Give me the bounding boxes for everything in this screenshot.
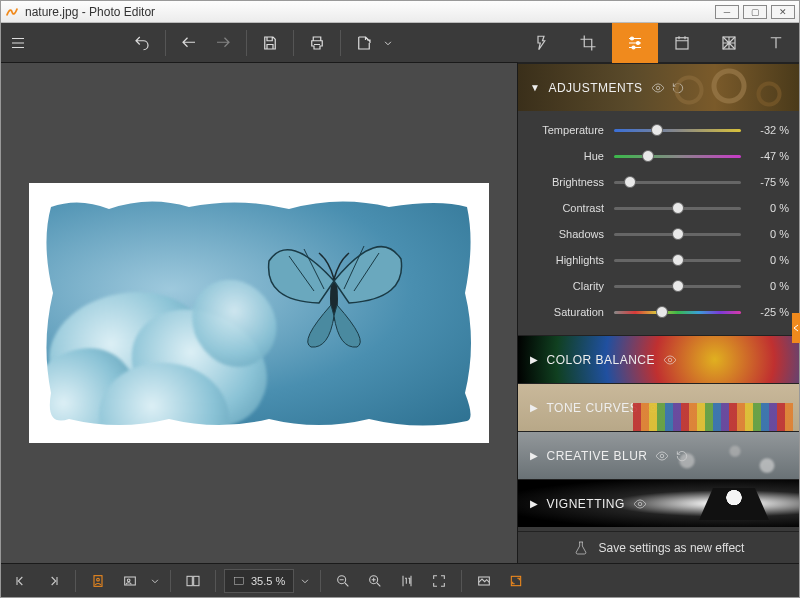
slider-label-contrast: Contrast <box>518 202 614 214</box>
window-maximize-button[interactable]: ▢ <box>743 5 767 19</box>
export-button[interactable] <box>347 23 381 63</box>
bottom-toolbar: 35.5 % <box>1 563 799 597</box>
slider-brightness[interactable] <box>614 174 741 190</box>
slider-value-temperature: -32 % <box>741 124 789 136</box>
svg-rect-21 <box>512 576 521 585</box>
slider-shadows[interactable] <box>614 226 741 242</box>
slider-temperature[interactable] <box>614 122 741 138</box>
eye-icon[interactable] <box>646 401 660 415</box>
svg-point-1 <box>631 37 634 40</box>
section-tone-curves-header[interactable]: ▶ TONE CURVES <box>518 383 799 431</box>
adjustments-body: Temperature-32 %Hue-47 %Brightness-75 %C… <box>518 111 799 335</box>
slider-label-highlights: Highlights <box>518 254 614 266</box>
title-appname: Photo Editor <box>89 5 155 19</box>
svg-point-14 <box>127 579 130 582</box>
prev-image-button[interactable] <box>7 568 35 594</box>
title-filename: nature.jpg <box>25 5 78 19</box>
landscape-dropdown[interactable] <box>148 568 162 594</box>
save-as-effect-button[interactable]: Save settings as new effect <box>518 531 799 563</box>
slider-row-saturation: Saturation-25 % <box>518 299 799 325</box>
svg-point-6 <box>656 86 660 90</box>
slider-label-shadows: Shadows <box>518 228 614 240</box>
slider-value-hue: -47 % <box>741 150 789 162</box>
window-minimize-button[interactable]: ─ <box>715 5 739 19</box>
zoom-level-display[interactable]: 35.5 % <box>224 569 294 593</box>
landscape-mode-button[interactable] <box>116 568 144 594</box>
slider-label-clarity: Clarity <box>518 280 614 292</box>
slider-label-hue: Hue <box>518 150 614 162</box>
slider-value-saturation: -25 % <box>741 306 789 318</box>
redo-button[interactable] <box>206 23 240 63</box>
slider-label-temperature: Temperature <box>518 124 614 136</box>
eye-icon[interactable] <box>663 353 677 367</box>
eye-icon[interactable] <box>651 81 665 95</box>
slider-row-hue: Hue-47 % <box>518 143 799 169</box>
slider-value-brightness: -75 % <box>741 176 789 188</box>
zoom-dropdown[interactable] <box>298 568 312 594</box>
section-adjustments-label: ADJUSTMENTS <box>548 81 642 95</box>
svg-point-8 <box>652 406 656 410</box>
section-color-balance-label: COLOR BALANCE <box>547 353 656 367</box>
section-adjustments-header[interactable]: ▼ ADJUSTMENTS <box>518 63 799 111</box>
slider-clarity[interactable] <box>614 278 741 294</box>
portrait-mode-button[interactable] <box>84 568 112 594</box>
reset-icon[interactable] <box>675 449 689 463</box>
zoom-actual-button[interactable] <box>393 568 421 594</box>
eye-icon[interactable] <box>633 497 647 511</box>
zoom-out-button[interactable] <box>329 568 357 594</box>
compare-button[interactable] <box>179 568 207 594</box>
tab-adjustments[interactable] <box>612 23 659 63</box>
slider-row-brightness: Brightness-75 % <box>518 169 799 195</box>
svg-point-2 <box>637 42 640 45</box>
section-vignetting-header[interactable]: ▶ VIGNETTING <box>518 479 799 527</box>
export-dropdown[interactable] <box>381 23 395 63</box>
slider-row-clarity: Clarity0 % <box>518 273 799 299</box>
flask-icon <box>573 540 589 556</box>
save-as-effect-label: Save settings as new effect <box>599 541 745 555</box>
tab-text[interactable] <box>752 23 799 63</box>
tab-texture[interactable] <box>705 23 752 63</box>
slider-value-clarity: 0 % <box>741 280 789 292</box>
section-creative-blur-header[interactable]: ▶ CREATIVE BLUR <box>518 431 799 479</box>
slider-saturation[interactable] <box>614 304 741 320</box>
eye-icon[interactable] <box>655 449 669 463</box>
svg-rect-17 <box>235 577 244 584</box>
svg-rect-4 <box>676 38 688 49</box>
zoom-in-button[interactable] <box>361 568 389 594</box>
undo-button[interactable] <box>172 23 206 63</box>
chevron-right-icon: ▶ <box>530 450 539 461</box>
zoom-fit-button[interactable] <box>425 568 453 594</box>
slider-contrast[interactable] <box>614 200 741 216</box>
photo-image <box>39 193 479 433</box>
canvas-area[interactable] <box>1 63 517 563</box>
next-image-button[interactable] <box>39 568 67 594</box>
slider-label-saturation: Saturation <box>518 306 614 318</box>
tab-calendar[interactable] <box>658 23 705 63</box>
fullscreen-button[interactable] <box>502 568 530 594</box>
image-icon <box>233 575 245 587</box>
undo-all-button[interactable] <box>125 23 159 63</box>
menu-button[interactable] <box>1 23 35 63</box>
svg-point-12 <box>97 578 100 581</box>
slider-value-highlights: 0 % <box>741 254 789 266</box>
panel-expand-handle[interactable] <box>792 313 800 343</box>
window-close-button[interactable]: ✕ <box>771 5 795 19</box>
save-button[interactable] <box>253 23 287 63</box>
slider-row-contrast: Contrast0 % <box>518 195 799 221</box>
slider-row-shadows: Shadows0 % <box>518 221 799 247</box>
section-tone-curves-label: TONE CURVES <box>547 401 639 415</box>
print-button[interactable] <box>300 23 334 63</box>
chevron-down-icon: ▼ <box>530 82 540 93</box>
slider-hue[interactable] <box>614 148 741 164</box>
navigator-button[interactable] <box>470 568 498 594</box>
reset-icon[interactable] <box>671 81 685 95</box>
slider-row-highlights: Highlights0 % <box>518 247 799 273</box>
section-color-balance-header[interactable]: ▶ COLOR BALANCE <box>518 335 799 383</box>
tab-effects[interactable] <box>518 23 565 63</box>
section-creative-blur-label: CREATIVE BLUR <box>547 449 648 463</box>
svg-rect-15 <box>187 576 192 585</box>
app-icon <box>5 5 19 19</box>
tab-crop[interactable] <box>565 23 612 63</box>
titlebar: nature.jpg - Photo Editor ─ ▢ ✕ <box>1 1 799 23</box>
slider-highlights[interactable] <box>614 252 741 268</box>
